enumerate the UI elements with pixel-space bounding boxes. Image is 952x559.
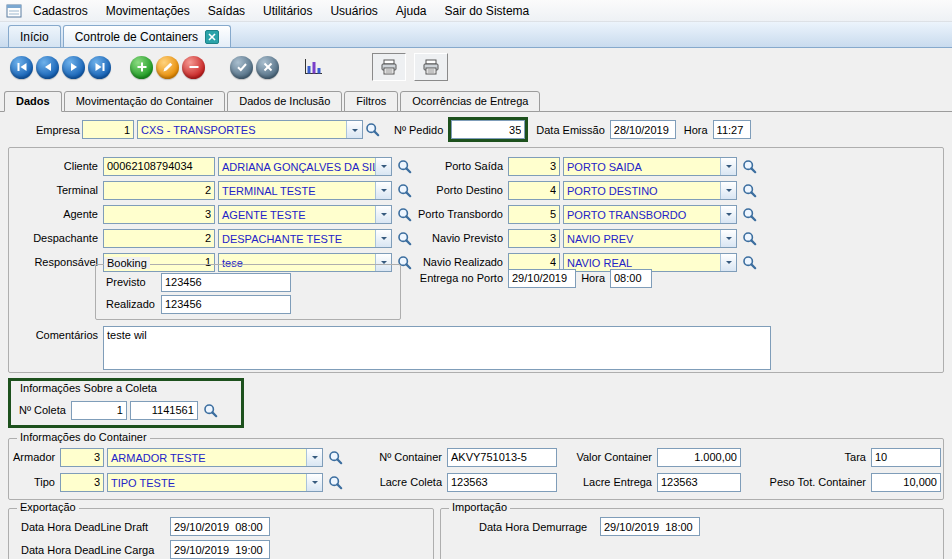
tab-movimentacao-container[interactable]: Movimentação do Container	[64, 91, 226, 112]
agente-code-input[interactable]	[103, 205, 215, 224]
porto-saida-label: Porto Saída	[409, 160, 505, 172]
tab-dados[interactable]: Dados	[4, 91, 62, 112]
entrega-date-input[interactable]	[508, 269, 576, 288]
previous-record-button[interactable]	[36, 56, 59, 79]
chevron-down-icon	[720, 206, 736, 223]
navio-previsto-combo-value: NAVIO PREV	[564, 230, 720, 247]
porto-saida-search-icon[interactable]	[742, 159, 757, 174]
tipo-combo[interactable]: TIPO TESTE	[107, 473, 323, 492]
close-icon[interactable]	[205, 30, 219, 44]
despachante-row: Despachante DESPACHANTE TESTE	[13, 228, 412, 248]
cliente-combo[interactable]: ADRIANA GONÇALVES DA SILVA	[218, 157, 392, 176]
first-record-button[interactable]	[10, 56, 33, 79]
porto-saida-code-input[interactable]	[508, 157, 560, 176]
porto-saida-row: Porto Saída PORTO SAIDA	[409, 156, 757, 176]
lacre-coleta-input[interactable]	[447, 473, 557, 492]
porto-destino-code-input[interactable]	[508, 181, 560, 200]
tab-ocorrencias-entrega[interactable]: Ocorrências de Entrega	[400, 91, 540, 112]
porto-transbordo-search-icon[interactable]	[742, 207, 757, 222]
armador-code-input[interactable]	[60, 448, 104, 467]
entrega-time-input[interactable]	[610, 269, 652, 288]
porto-transbordo-code-input[interactable]	[508, 205, 560, 224]
tipo-label: Tipo	[13, 476, 57, 488]
num-container-input[interactable]	[447, 448, 557, 467]
porto-transbordo-label: Porto Transbordo	[409, 208, 505, 220]
data-emissao-input[interactable]	[610, 120, 676, 139]
navio-previsto-code-input[interactable]	[508, 229, 560, 248]
coleta-numero-input[interactable]	[71, 401, 127, 420]
tab-dados-inclusao[interactable]: Dados de Inclusão	[227, 91, 342, 112]
empresa-combo-value: CXS - TRANSPORTES	[138, 121, 346, 138]
armador-search-icon[interactable]	[328, 450, 343, 465]
menu-saidas[interactable]: Saídas	[199, 1, 254, 21]
menu-usuarios[interactable]: Usuários	[321, 1, 386, 21]
hora-input[interactable]	[713, 120, 751, 139]
demurrage-label: Data Hora Demurrage	[479, 521, 597, 533]
hora-label: Hora	[684, 124, 710, 136]
navio-previsto-combo[interactable]: NAVIO PREV	[563, 229, 737, 248]
peso-input[interactable]	[871, 473, 941, 492]
demurrage-input[interactable]	[600, 517, 700, 536]
coleta-codigo-input[interactable]	[130, 401, 198, 420]
navio-previsto-search-icon[interactable]	[742, 231, 757, 246]
chevron-down-icon	[720, 230, 736, 247]
lacre-entrega-input[interactable]	[657, 473, 741, 492]
pedido-input[interactable]	[451, 120, 525, 139]
booking-previsto-input[interactable]	[161, 273, 291, 292]
navio-realizado-label: Navio Realizado	[409, 256, 505, 268]
terminal-code-input[interactable]	[103, 181, 215, 200]
cliente-code-input[interactable]	[103, 157, 215, 176]
porto-saida-combo[interactable]: PORTO SAIDA	[563, 157, 737, 176]
confirm-button[interactable]	[230, 56, 253, 79]
tipo-search-icon[interactable]	[328, 475, 343, 490]
coleta-search-icon[interactable]	[203, 403, 218, 418]
menu-sair[interactable]: Sair do Sistema	[436, 1, 539, 21]
coleta-group-highlight: Informações Sobre a Coleta Nº Coleta	[8, 378, 244, 428]
despachante-combo[interactable]: DESPACHANTE TESTE	[218, 229, 392, 248]
last-record-button[interactable]	[88, 56, 111, 79]
print-preview-button[interactable]	[372, 53, 406, 81]
menu-bar: Cadastros Movimentações Saídas Utilitári…	[0, 0, 952, 22]
booking-previsto-label: Previsto	[106, 276, 158, 288]
menu-cadastros[interactable]: Cadastros	[24, 1, 97, 21]
empresa-combo[interactable]: CXS - TRANSPORTES	[137, 120, 363, 139]
tab-inicio[interactable]: Início	[8, 25, 61, 47]
armador-combo[interactable]: ARMADOR TESTE	[107, 448, 323, 467]
add-record-button[interactable]	[130, 56, 153, 79]
valor-container-input[interactable]	[657, 448, 741, 467]
tipo-code-input[interactable]	[60, 473, 104, 492]
chevron-down-icon	[375, 230, 391, 247]
terminal-combo[interactable]: TERMINAL TESTE	[218, 181, 392, 200]
tab-controle-de-containers[interactable]: Controle de Containers	[63, 25, 231, 47]
menu-ajuda[interactable]: Ajuda	[387, 1, 436, 21]
form-tabstrip: Dados Movimentação do Container Dados de…	[0, 88, 952, 112]
cancel-button[interactable]	[256, 56, 279, 79]
porto-transbordo-combo[interactable]: PORTO TRANSBORDO	[563, 205, 737, 224]
porto-destino-combo[interactable]: PORTO DESTINO	[563, 181, 737, 200]
porto-destino-search-icon[interactable]	[742, 183, 757, 198]
empresa-code-input[interactable]	[82, 120, 134, 139]
next-record-button[interactable]	[62, 56, 85, 79]
despachante-code-input[interactable]	[103, 229, 215, 248]
porto-destino-label: Porto Destino	[409, 184, 505, 196]
entrega-label: Entrega no Porto	[409, 272, 505, 284]
booking-realizado-label: Realizado	[106, 298, 158, 310]
delete-record-button[interactable]	[182, 56, 205, 79]
menu-utilitarios[interactable]: Utilitários	[254, 1, 321, 21]
tab-filtros[interactable]: Filtros	[344, 91, 398, 112]
chart-button[interactable]	[298, 54, 328, 80]
tara-input[interactable]	[871, 448, 941, 467]
deadline-draft-input[interactable]	[170, 517, 270, 536]
cliente-combo-value: ADRIANA GONÇALVES DA SILVA	[219, 158, 375, 175]
navio-realizado-search-icon[interactable]	[742, 255, 757, 270]
edit-record-button[interactable]	[156, 56, 179, 79]
empresa-search-icon[interactable]	[365, 122, 380, 137]
comentarios-textarea[interactable]: teste wil	[103, 326, 771, 370]
print-button[interactable]	[414, 53, 448, 81]
booking-realizado-input[interactable]	[161, 295, 291, 314]
tara-label: Tara	[744, 451, 868, 463]
deadline-carga-input[interactable]	[170, 540, 270, 559]
menu-movimentacoes[interactable]: Movimentações	[97, 1, 199, 21]
agente-combo[interactable]: AGENTE TESTE	[218, 205, 392, 224]
booking-group: Booking Previsto Realizado	[95, 264, 401, 320]
